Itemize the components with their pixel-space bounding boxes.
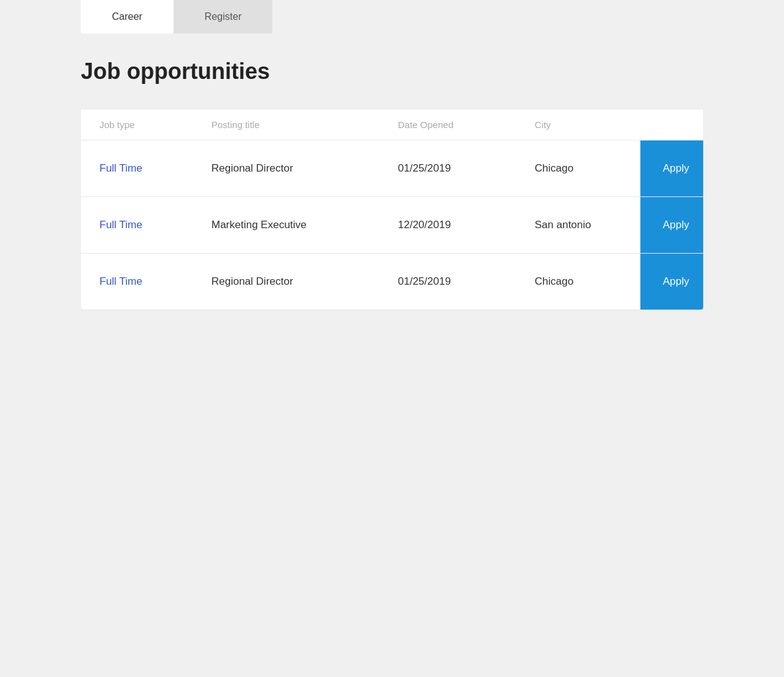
cell-posting-title-1: Marketing Executive xyxy=(193,206,379,244)
cell-date-opened-2: 01/25/2019 xyxy=(379,263,516,300)
col-header-job-type: Job type xyxy=(99,119,211,130)
cell-apply-1: Apply xyxy=(640,197,703,253)
col-header-date-opened: Date Opened xyxy=(398,119,535,130)
cell-date-opened-0: 01/25/2019 xyxy=(379,150,516,187)
col-header-posting-title: Posting title xyxy=(211,119,398,130)
apply-button-2[interactable]: Apply xyxy=(640,254,703,310)
cell-city-1: San antonio xyxy=(516,206,640,244)
cell-posting-title-2: Regional Director xyxy=(193,263,379,300)
col-header-city: City xyxy=(535,119,659,130)
cell-job-type-1: Full Time xyxy=(81,206,193,244)
cell-job-type-0: Full Time xyxy=(81,150,193,187)
tab-career[interactable]: Career xyxy=(81,0,173,34)
apply-button-0[interactable]: Apply xyxy=(640,140,703,196)
page-title: Job opportunities xyxy=(81,58,703,85)
table-header: Job type Posting title Date Opened City xyxy=(81,109,703,140)
cell-city-2: Chicago xyxy=(516,263,640,300)
main-content: Job opportunities Job type Posting title… xyxy=(19,34,765,334)
cell-city-0: Chicago xyxy=(516,150,640,187)
cell-job-type-2: Full Time xyxy=(81,263,193,300)
jobs-table: Job type Posting title Date Opened City … xyxy=(81,109,703,310)
table-row: Full Time Marketing Executive 12/20/2019… xyxy=(81,196,703,253)
tabs-container: Career Register xyxy=(81,0,784,34)
tab-register[interactable]: Register xyxy=(173,0,273,34)
table-row: Full Time Regional Director 01/25/2019 C… xyxy=(81,140,703,196)
cell-apply-0: Apply xyxy=(640,140,703,196)
table-row: Full Time Regional Director 01/25/2019 C… xyxy=(81,253,703,310)
apply-button-1[interactable]: Apply xyxy=(640,197,703,253)
cell-posting-title-0: Regional Director xyxy=(193,150,379,187)
cell-apply-2: Apply xyxy=(640,254,703,310)
col-header-action xyxy=(659,119,685,130)
cell-date-opened-1: 12/20/2019 xyxy=(379,206,516,244)
